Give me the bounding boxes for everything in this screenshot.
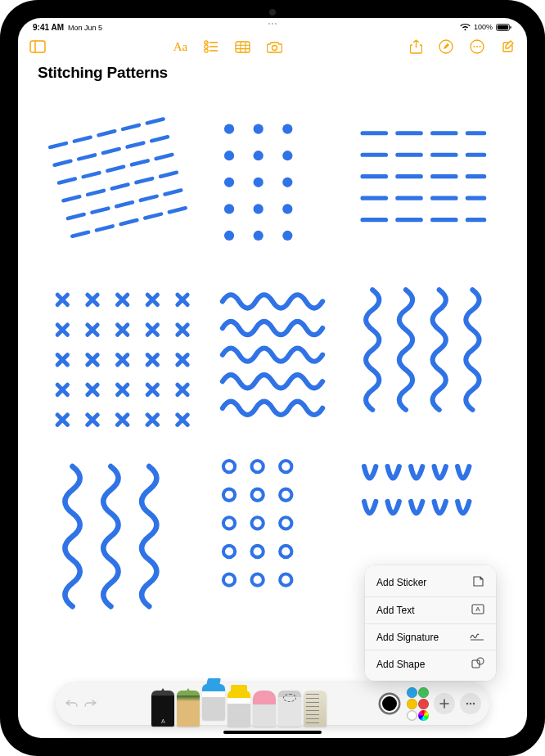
svg-line-29	[103, 149, 119, 153]
add-shape-item[interactable]: Add Shape	[365, 650, 496, 677]
color-well-red[interactable]	[418, 699, 429, 709]
svg-line-45	[141, 196, 157, 200]
svg-point-61	[224, 204, 234, 214]
svg-line-44	[116, 202, 133, 206]
svg-point-137	[470, 703, 471, 704]
color-well-yellow[interactable]	[407, 699, 417, 709]
svg-point-126	[223, 546, 235, 557]
lasso-tool[interactable]	[278, 691, 301, 727]
redo-button[interactable]	[82, 695, 98, 712]
svg-point-125	[280, 517, 291, 529]
svg-line-47	[72, 232, 88, 236]
svg-point-52	[224, 124, 234, 134]
marker-tool[interactable]	[202, 684, 225, 720]
svg-point-21	[480, 46, 481, 47]
pen-tool[interactable]: A	[151, 691, 174, 727]
markup-toolbar: A	[56, 682, 489, 725]
color-picker-button[interactable]	[418, 710, 429, 721]
svg-point-66	[282, 231, 292, 241]
svg-line-31	[151, 137, 168, 141]
svg-point-128	[280, 546, 291, 557]
color-well-blue[interactable]	[407, 687, 417, 698]
svg-line-49	[121, 220, 137, 224]
svg-point-123	[223, 517, 235, 529]
svg-line-28	[79, 155, 95, 159]
svg-point-60	[282, 178, 292, 187]
table-button[interactable]	[235, 41, 250, 53]
svg-point-119	[280, 461, 291, 472]
svg-line-48	[97, 226, 113, 230]
color-well-white[interactable]	[407, 710, 417, 721]
markup-button[interactable]	[439, 39, 453, 54]
tool-tray: A	[103, 682, 376, 725]
status-date: Mon Jun 5	[68, 24, 102, 32]
menu-item-label: Add Signature	[376, 632, 439, 643]
svg-line-43	[92, 209, 109, 213]
svg-line-22	[50, 143, 66, 147]
add-sticker-item[interactable]: Add Sticker	[365, 569, 496, 596]
multitask-indicator[interactable]	[268, 23, 277, 25]
svg-line-25	[123, 125, 139, 129]
svg-point-131	[280, 574, 291, 586]
svg-point-19	[474, 46, 475, 47]
svg-point-121	[252, 489, 263, 501]
svg-line-40	[136, 178, 152, 182]
svg-point-57	[282, 151, 292, 160]
svg-point-118	[252, 461, 263, 472]
svg-rect-11	[236, 42, 250, 52]
compose-button[interactable]	[501, 39, 516, 54]
toolbar-more-button[interactable]	[460, 693, 481, 714]
add-menu-popup: Add Sticker Add Text A Add Signature Add…	[365, 565, 496, 681]
svg-point-138	[473, 703, 475, 704]
add-signature-item[interactable]: Add Signature	[365, 623, 496, 650]
svg-line-24	[98, 131, 115, 135]
format-button[interactable]: Aa	[173, 40, 188, 54]
checklist-button[interactable]	[204, 40, 218, 53]
svg-line-38	[88, 191, 104, 195]
svg-line-42	[68, 214, 84, 218]
svg-line-30	[128, 143, 144, 147]
undo-button[interactable]	[64, 695, 80, 712]
menu-item-label: Add Text	[376, 605, 414, 616]
svg-line-35	[132, 160, 148, 164]
svg-point-135	[477, 658, 484, 664]
svg-point-63	[282, 204, 292, 214]
svg-point-65	[254, 231, 263, 241]
svg-point-59	[254, 178, 263, 187]
ruler-tool[interactable]	[304, 691, 327, 727]
svg-point-7	[205, 45, 208, 48]
top-toolbar: Aa	[18, 34, 527, 59]
svg-line-27	[55, 161, 71, 165]
svg-line-23	[74, 137, 91, 142]
status-time: 9:41 AM	[33, 23, 64, 32]
battery-icon	[496, 24, 512, 31]
svg-point-58	[224, 178, 234, 187]
color-well-green[interactable]	[418, 687, 429, 698]
battery-percentage: 100%	[474, 23, 493, 31]
svg-point-124	[252, 517, 263, 529]
home-indicator[interactable]	[223, 731, 322, 734]
current-color-well[interactable]	[381, 695, 399, 713]
share-button[interactable]	[410, 39, 422, 54]
svg-line-50	[145, 214, 161, 218]
shapes-icon	[471, 657, 484, 671]
svg-point-117	[223, 461, 235, 472]
add-text-item[interactable]: Add Text A	[365, 596, 496, 623]
svg-line-34	[107, 167, 124, 171]
add-button[interactable]	[434, 693, 455, 714]
svg-point-127	[252, 546, 263, 557]
sticker-icon	[472, 575, 484, 590]
camera-button[interactable]	[267, 41, 282, 53]
svg-line-36	[156, 155, 173, 159]
highlighter-tool[interactable]	[227, 691, 250, 727]
eraser-tool[interactable]	[253, 691, 276, 727]
svg-line-46	[164, 191, 181, 195]
sidebar-toggle-button[interactable]	[29, 40, 46, 53]
svg-point-56	[254, 151, 263, 160]
svg-line-33	[83, 173, 100, 177]
svg-point-122	[280, 489, 291, 501]
more-button[interactable]	[470, 39, 484, 54]
svg-point-130	[252, 574, 263, 586]
svg-point-53	[254, 124, 263, 134]
pencil-tool[interactable]	[177, 691, 200, 727]
